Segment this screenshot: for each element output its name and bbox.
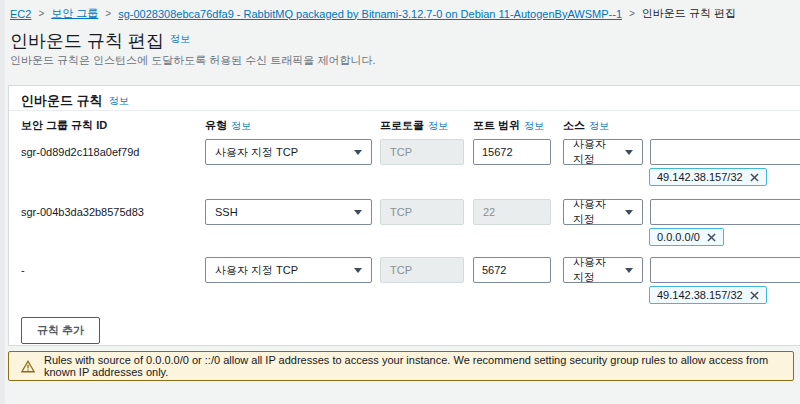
source-search-box[interactable] xyxy=(650,199,800,225)
rule-id-label: sgr-0d89d2c118a0ef79d xyxy=(21,139,139,165)
add-rule-button[interactable]: 규칙 추가 xyxy=(21,317,100,344)
source-search-input[interactable] xyxy=(665,206,800,218)
type-select[interactable]: SSH xyxy=(205,199,372,225)
breadcrumb: EC2 > 보안 그룹 > sg-0028308ebca76dfa9 - Rab… xyxy=(10,6,736,21)
chevron-down-icon xyxy=(354,150,362,155)
breadcrumb-link-security-groups[interactable]: 보안 그룹 xyxy=(51,6,98,21)
port-field-disabled: 22 xyxy=(473,199,551,225)
source-search-box[interactable] xyxy=(650,257,800,283)
page-title: 인바운드 규칙 편집 xyxy=(10,31,164,51)
chevron-down-icon xyxy=(625,210,633,215)
protocol-field: TCP xyxy=(380,139,464,165)
page-description: 인바운드 규칙은 인스턴스에 도달하도록 허용된 수신 트래픽을 제어합니다. xyxy=(10,53,375,68)
breadcrumb-separator: > xyxy=(105,8,111,19)
source-info-link[interactable]: 정보 xyxy=(589,120,609,131)
panel-header: 인바운드 규칙정보 xyxy=(9,86,800,111)
source-token: 49.142.38.157/32 xyxy=(649,168,767,186)
port-range-info-link[interactable]: 정보 xyxy=(524,120,544,131)
protocol-field: TCP xyxy=(380,199,464,225)
chevron-down-icon xyxy=(625,268,633,273)
source-token: 0.0.0.0/0 xyxy=(649,228,724,246)
protocol-info-link[interactable]: 정보 xyxy=(428,120,448,131)
column-header-rule-id: 보안 그룹 규칙 ID xyxy=(21,118,107,133)
column-header-source: 소스정보 xyxy=(563,118,609,133)
breadcrumb-link-security-group-id[interactable]: sg-0028308ebca76dfa9 - RabbitMQ packaged… xyxy=(118,8,622,20)
token-dismiss-icon[interactable] xyxy=(707,233,716,242)
source-search-box[interactable] xyxy=(650,139,800,165)
column-header-type: 유형정보 xyxy=(205,118,251,133)
type-select[interactable]: 사용자 지정 TCP xyxy=(205,257,372,283)
breadcrumb-link-ec2[interactable]: EC2 xyxy=(10,8,31,20)
type-info-link[interactable]: 정보 xyxy=(231,120,251,131)
column-header-protocol: 프로토콜정보 xyxy=(380,118,448,133)
port-input[interactable] xyxy=(473,257,551,283)
page-title-info-link[interactable]: 정보 xyxy=(170,33,190,44)
inbound-rules-panel: 인바운드 규칙정보 보안 그룹 규칙 ID 유형정보 프로토콜정보 포트 범위정… xyxy=(8,85,800,346)
source-type-select[interactable]: 사용자 지정 xyxy=(563,139,643,165)
source-type-select[interactable]: 사용자 지정 xyxy=(563,199,643,225)
token-dismiss-icon[interactable] xyxy=(750,173,759,182)
panel-title-info-link[interactable]: 정보 xyxy=(109,95,129,106)
type-select[interactable]: 사용자 지정 TCP xyxy=(205,139,372,165)
source-type-select[interactable]: 사용자 지정 xyxy=(563,257,643,283)
protocol-field: TCP xyxy=(380,257,464,283)
panel-title: 인바운드 규칙 xyxy=(21,93,103,108)
source-token: 49.142.38.157/32 xyxy=(649,286,767,304)
rule-id-label: sgr-004b3da32b8575d83 xyxy=(21,199,144,225)
rule-id-label: - xyxy=(21,257,25,283)
breadcrumb-current-page: 인바운드 규칙 편집 xyxy=(642,6,736,21)
chevron-down-icon xyxy=(354,268,362,273)
port-input[interactable] xyxy=(473,139,551,165)
source-search-input[interactable] xyxy=(665,146,800,158)
column-header-port-range: 포트 범위정보 xyxy=(473,118,544,133)
left-gutter xyxy=(0,0,5,404)
token-dismiss-icon[interactable] xyxy=(750,291,759,300)
warning-icon xyxy=(21,360,35,373)
warning-text: Rules with source of 0.0.0.0/0 or ::/0 a… xyxy=(44,354,781,378)
chevron-down-icon xyxy=(625,150,633,155)
warning-banner: Rules with source of 0.0.0.0/0 or ::/0 a… xyxy=(8,351,794,381)
chevron-down-icon xyxy=(354,210,362,215)
source-search-input[interactable] xyxy=(665,264,800,276)
breadcrumb-separator: > xyxy=(629,8,635,19)
breadcrumb-separator: > xyxy=(38,8,44,19)
